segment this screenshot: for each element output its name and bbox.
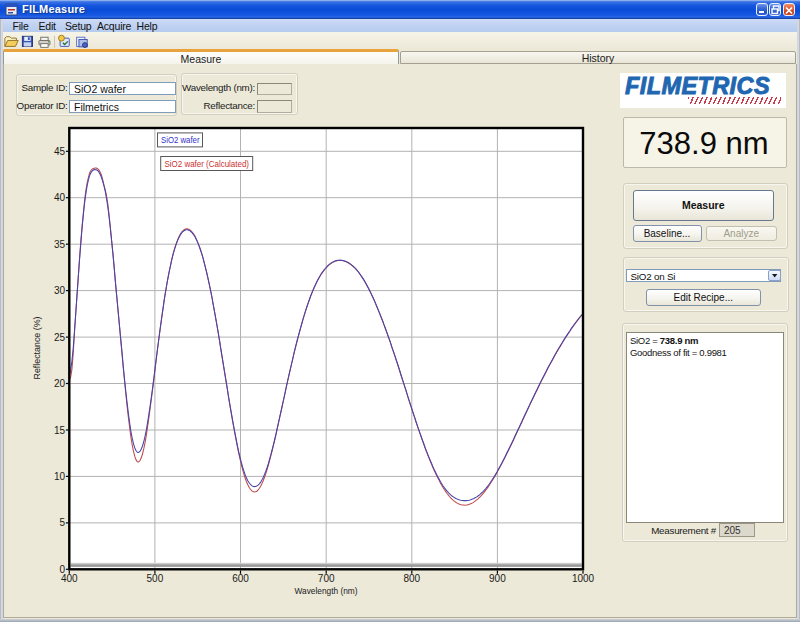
svg-text:30: 30 — [54, 285, 66, 296]
svg-text:900: 900 — [489, 573, 506, 584]
svg-text:Reflectance (%): Reflectance (%) — [31, 317, 42, 380]
svg-text:5: 5 — [59, 517, 65, 528]
svg-text:SiO2 wafer: SiO2 wafer — [161, 134, 200, 145]
svg-text:10: 10 — [54, 471, 66, 482]
svg-text:20: 20 — [54, 378, 66, 389]
svg-text:40: 40 — [54, 192, 66, 203]
svg-text:600: 600 — [232, 573, 249, 584]
svg-text:1000: 1000 — [572, 573, 595, 584]
svg-text:700: 700 — [318, 573, 335, 584]
svg-text:25: 25 — [54, 332, 66, 343]
svg-text:SiO2 wafer (Calculated): SiO2 wafer (Calculated) — [165, 158, 250, 169]
svg-text:15: 15 — [54, 425, 66, 436]
svg-text:400: 400 — [61, 573, 78, 584]
svg-text:35: 35 — [54, 239, 66, 250]
svg-text:45: 45 — [54, 146, 66, 157]
svg-text:500: 500 — [147, 573, 164, 584]
svg-text:Wavelength (nm): Wavelength (nm) — [295, 585, 358, 596]
svg-text:800: 800 — [403, 573, 420, 584]
